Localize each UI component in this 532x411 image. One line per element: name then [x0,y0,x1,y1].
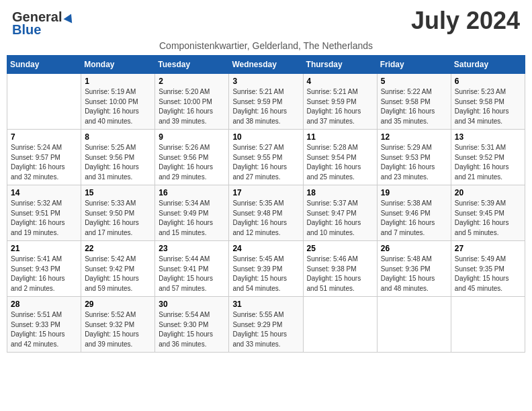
day-number: 8 [85,132,151,142]
subtitle: Componistenkwartier, Gelderland, The Net… [7,40,525,51]
calendar-cell [7,74,81,130]
calendar-cell: 9Sunrise: 5:26 AMSunset: 9:56 PMDaylight… [155,130,229,185]
day-number: 2 [159,77,225,86]
calendar-week-row: 1Sunrise: 5:19 AMSunset: 10:00 PMDayligh… [7,74,525,130]
day-info: Sunrise: 5:46 AMSunset: 9:38 PMDaylight:… [307,255,373,293]
day-number: 15 [85,188,151,197]
day-info: Sunrise: 5:31 AMSunset: 9:52 PMDaylight:… [455,143,521,182]
calendar-cell: 17Sunrise: 5:35 AMSunset: 9:48 PMDayligh… [229,185,303,241]
day-info: Sunrise: 5:19 AMSunset: 10:00 PMDaylight… [85,87,151,126]
day-number: 4 [307,77,373,86]
day-info: Sunrise: 5:51 AMSunset: 9:33 PMDaylight:… [11,310,77,349]
day-number: 7 [11,132,77,142]
day-info: Sunrise: 5:22 AMSunset: 9:58 PMDaylight:… [381,87,447,126]
page-header: General Blue July 2024 [7,7,525,38]
calendar-cell: 11Sunrise: 5:28 AMSunset: 9:54 PMDayligh… [303,130,377,185]
day-number: 9 [159,132,225,142]
day-of-week-header: Monday [81,56,155,74]
calendar-week-row: 21Sunrise: 5:41 AMSunset: 9:43 PMDayligh… [7,241,525,297]
calendar-cell: 3Sunrise: 5:21 AMSunset: 9:59 PMDaylight… [229,74,303,130]
calendar-cell: 7Sunrise: 5:24 AMSunset: 9:57 PMDaylight… [7,130,81,185]
day-info: Sunrise: 5:20 AMSunset: 10:00 PMDaylight… [159,87,225,126]
calendar-cell: 10Sunrise: 5:27 AMSunset: 9:55 PMDayligh… [229,130,303,185]
calendar-cell: 22Sunrise: 5:42 AMSunset: 9:42 PMDayligh… [81,241,155,297]
calendar-cell [377,297,451,353]
calendar-cell: 19Sunrise: 5:38 AMSunset: 9:46 PMDayligh… [377,185,451,241]
day-info: Sunrise: 5:28 AMSunset: 9:54 PMDaylight:… [307,143,373,182]
day-number: 20 [455,188,521,197]
calendar-cell: 20Sunrise: 5:39 AMSunset: 9:45 PMDayligh… [451,185,525,241]
day-number: 28 [11,300,77,309]
calendar-body: 1Sunrise: 5:19 AMSunset: 10:00 PMDayligh… [7,74,525,353]
calendar-cell: 14Sunrise: 5:32 AMSunset: 9:51 PMDayligh… [7,185,81,241]
calendar-header: SundayMondayTuesdayWednesdayThursdayFrid… [7,56,525,74]
day-info: Sunrise: 5:48 AMSunset: 9:36 PMDaylight:… [381,255,447,293]
calendar-table: SundayMondayTuesdayWednesdayThursdayFrid… [7,55,525,353]
day-of-week-header: Saturday [451,56,525,74]
day-number: 14 [11,188,77,197]
calendar-cell: 16Sunrise: 5:34 AMSunset: 9:49 PMDayligh… [155,185,229,241]
svg-marker-0 [64,12,75,23]
day-info: Sunrise: 5:52 AMSunset: 9:32 PMDaylight:… [85,310,151,349]
calendar-cell: 5Sunrise: 5:22 AMSunset: 9:58 PMDaylight… [377,74,451,130]
day-info: Sunrise: 5:21 AMSunset: 9:59 PMDaylight:… [232,87,299,126]
calendar-cell: 18Sunrise: 5:37 AMSunset: 9:47 PMDayligh… [303,185,377,241]
day-number: 26 [381,244,447,253]
calendar-cell: 8Sunrise: 5:25 AMSunset: 9:56 PMDaylight… [81,130,155,185]
day-number: 11 [307,132,373,142]
day-number: 13 [455,132,521,142]
calendar-cell: 2Sunrise: 5:20 AMSunset: 10:00 PMDayligh… [155,74,229,130]
calendar-cell: 28Sunrise: 5:51 AMSunset: 9:33 PMDayligh… [7,297,81,353]
calendar-cell: 31Sunrise: 5:55 AMSunset: 9:29 PMDayligh… [229,297,303,353]
day-info: Sunrise: 5:24 AMSunset: 9:57 PMDaylight:… [11,143,77,182]
calendar-cell: 6Sunrise: 5:23 AMSunset: 9:58 PMDaylight… [451,74,525,130]
calendar-cell: 30Sunrise: 5:54 AMSunset: 9:30 PMDayligh… [155,297,229,353]
calendar-cell [303,297,377,353]
calendar-cell: 15Sunrise: 5:33 AMSunset: 9:50 PMDayligh… [81,185,155,241]
month-title: July 2024 [411,7,520,35]
day-of-week-header: Tuesday [155,56,229,74]
day-number: 16 [159,188,225,197]
day-number: 27 [455,244,521,253]
calendar-cell [451,297,525,353]
logo-blue-text: Blue [12,22,41,38]
day-number: 24 [232,244,299,253]
day-number: 3 [232,77,299,86]
day-number: 12 [381,132,447,142]
day-of-week-header: Thursday [303,56,377,74]
calendar-week-row: 7Sunrise: 5:24 AMSunset: 9:57 PMDaylight… [7,130,525,185]
day-info: Sunrise: 5:32 AMSunset: 9:51 PMDaylight:… [11,199,77,238]
calendar-week-row: 28Sunrise: 5:51 AMSunset: 9:33 PMDayligh… [7,297,525,353]
day-info: Sunrise: 5:37 AMSunset: 9:47 PMDaylight:… [307,199,373,238]
logo-icon [63,12,75,24]
day-number: 30 [159,300,225,309]
calendar-cell: 27Sunrise: 5:49 AMSunset: 9:35 PMDayligh… [451,241,525,297]
day-of-week-header: Friday [377,56,451,74]
day-number: 10 [232,132,299,142]
day-number: 5 [381,77,447,86]
day-number: 21 [11,244,77,253]
calendar-cell: 26Sunrise: 5:48 AMSunset: 9:36 PMDayligh… [377,241,451,297]
day-info: Sunrise: 5:35 AMSunset: 9:48 PMDaylight:… [232,199,299,238]
day-info: Sunrise: 5:27 AMSunset: 9:55 PMDaylight:… [232,143,299,182]
day-number: 17 [232,188,299,197]
calendar-cell: 4Sunrise: 5:21 AMSunset: 9:59 PMDaylight… [303,74,377,130]
calendar-cell: 1Sunrise: 5:19 AMSunset: 10:00 PMDayligh… [81,74,155,130]
day-number: 29 [85,300,151,309]
calendar-cell: 29Sunrise: 5:52 AMSunset: 9:32 PMDayligh… [81,297,155,353]
day-info: Sunrise: 5:55 AMSunset: 9:29 PMDaylight:… [232,310,299,349]
calendar-cell: 23Sunrise: 5:44 AMSunset: 9:41 PMDayligh… [155,241,229,297]
day-info: Sunrise: 5:29 AMSunset: 9:53 PMDaylight:… [381,143,447,182]
calendar-cell: 21Sunrise: 5:41 AMSunset: 9:43 PMDayligh… [7,241,81,297]
calendar-cell: 12Sunrise: 5:29 AMSunset: 9:53 PMDayligh… [377,130,451,185]
day-info: Sunrise: 5:44 AMSunset: 9:41 PMDaylight:… [159,255,225,293]
day-info: Sunrise: 5:38 AMSunset: 9:46 PMDaylight:… [381,199,447,238]
day-info: Sunrise: 5:54 AMSunset: 9:30 PMDaylight:… [159,310,225,349]
day-info: Sunrise: 5:39 AMSunset: 9:45 PMDaylight:… [455,199,521,238]
day-number: 25 [307,244,373,253]
day-info: Sunrise: 5:25 AMSunset: 9:56 PMDaylight:… [85,143,151,182]
day-number: 6 [455,77,521,86]
day-info: Sunrise: 5:34 AMSunset: 9:49 PMDaylight:… [159,199,225,238]
day-of-week-header: Wednesday [229,56,303,74]
day-info: Sunrise: 5:49 AMSunset: 9:35 PMDaylight:… [455,255,521,293]
